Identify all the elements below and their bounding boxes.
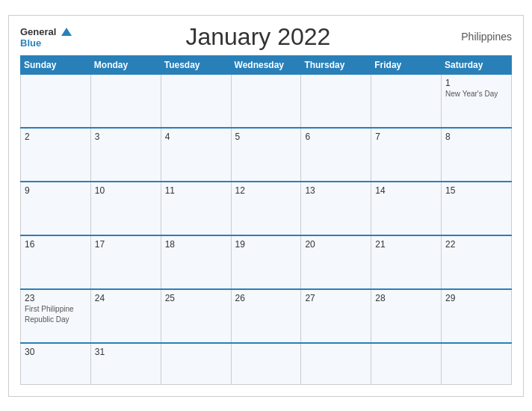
day-number: 30: [25, 347, 87, 357]
calendar-cell: 5: [231, 128, 301, 182]
day-number: 16: [25, 239, 87, 250]
calendar-cell: 1New Year's Day: [442, 74, 512, 128]
day-number: 1: [445, 78, 507, 88]
calendar-cell: 19: [231, 235, 301, 289]
col-saturday: Saturday: [442, 55, 512, 74]
day-number: 4: [165, 132, 227, 142]
day-number: 3: [95, 132, 157, 142]
calendar-cell: 7: [371, 128, 442, 182]
day-number: 7: [375, 132, 437, 142]
col-monday: Monday: [90, 55, 161, 74]
calendar-cell: [231, 343, 301, 384]
calendar-table: Sunday Monday Tuesday Wednesday Thursday…: [20, 55, 512, 385]
week-row-5: 23First Philippine Republic Day242526272…: [21, 289, 512, 343]
calendar-cell: 27: [301, 289, 371, 343]
day-number: 31: [95, 347, 157, 357]
col-friday: Friday: [371, 55, 442, 74]
calendar-cell: 18: [161, 235, 231, 289]
calendar-cell: 20: [301, 235, 371, 289]
calendar-cell: 2: [21, 128, 91, 182]
week-row-2: 2345678: [21, 128, 512, 182]
logo-blue-text: Blue: [20, 38, 72, 49]
calendar-header: General Blue January 2022 Philippines: [20, 23, 512, 51]
calendar-cell: 8: [442, 128, 512, 182]
calendar-container: General Blue January 2022 Philippines Su…: [8, 15, 524, 397]
calendar-cell: 22: [442, 235, 512, 289]
calendar-cell: 24: [90, 289, 161, 343]
calendar-cell: [442, 343, 512, 384]
day-number: 2: [25, 132, 87, 142]
day-number: 13: [305, 185, 367, 196]
calendar-cell: 12: [231, 182, 301, 235]
calendar-cell: 6: [301, 128, 371, 182]
calendar-cell: 11: [161, 182, 231, 235]
day-number: 6: [305, 132, 367, 142]
calendar-cell: 4: [161, 128, 231, 182]
col-sunday: Sunday: [21, 55, 91, 74]
calendar-cell: 14: [371, 182, 442, 235]
calendar-cell: [161, 74, 231, 128]
week-row-4: 16171819202122: [21, 235, 512, 289]
calendar-title: January 2022: [72, 23, 445, 51]
calendar-cell: 30: [21, 343, 91, 384]
calendar-cell: 28: [371, 289, 442, 343]
calendar-cell: 3: [90, 128, 161, 182]
calendar-cell: 17: [90, 235, 161, 289]
day-number: 21: [375, 239, 437, 250]
day-number: 18: [165, 239, 227, 250]
logo: General Blue: [20, 25, 72, 49]
day-number: 20: [305, 239, 367, 250]
week-row-6: 3031: [21, 343, 512, 384]
calendar-cell: 23First Philippine Republic Day: [21, 289, 91, 343]
calendar-cell: 13: [301, 182, 371, 235]
week-row-3: 9101112131415: [21, 182, 512, 235]
day-number: 8: [445, 132, 507, 142]
calendar-cell: 15: [442, 182, 512, 235]
calendar-cell: [231, 74, 301, 128]
calendar-cell: [371, 74, 442, 128]
calendar-cell: 29: [442, 289, 512, 343]
day-number: 14: [375, 185, 437, 196]
day-number: 29: [445, 293, 507, 303]
day-number: 28: [375, 293, 437, 303]
calendar-cell: 26: [231, 289, 301, 343]
day-number: 9: [25, 185, 87, 196]
day-number: 25: [165, 293, 227, 303]
col-wednesday: Wednesday: [231, 55, 301, 74]
day-number: 17: [95, 239, 157, 250]
col-thursday: Thursday: [301, 55, 371, 74]
country-name: Philippines: [445, 31, 512, 43]
calendar-cell: 21: [371, 235, 442, 289]
day-number: 27: [305, 293, 367, 303]
calendar-cell: 16: [21, 235, 91, 289]
day-number: 26: [235, 293, 297, 303]
calendar-cell: 9: [21, 182, 91, 235]
day-number: 11: [165, 185, 227, 196]
day-number: 22: [445, 239, 507, 250]
calendar-cell: 25: [161, 289, 231, 343]
calendar-cell: [161, 343, 231, 384]
day-number: 12: [235, 185, 297, 196]
day-number: 10: [95, 185, 157, 196]
calendar-cell: [301, 74, 371, 128]
day-number: 19: [235, 239, 297, 250]
calendar-cell: [90, 74, 161, 128]
holiday-name: New Year's Day: [445, 90, 498, 98]
calendar-cell: 10: [90, 182, 161, 235]
logo-triangle-icon: [61, 28, 72, 36]
col-tuesday: Tuesday: [161, 55, 231, 74]
calendar-cell: [301, 343, 371, 384]
holiday-name: First Philippine Republic Day: [25, 305, 74, 324]
day-number: 23: [25, 293, 87, 303]
days-of-week-row: Sunday Monday Tuesday Wednesday Thursday…: [21, 55, 512, 74]
day-number: 15: [445, 185, 507, 196]
day-number: 24: [95, 293, 157, 303]
calendar-cell: 31: [90, 343, 161, 384]
day-number: 5: [235, 132, 297, 142]
logo-general-text: General: [20, 25, 72, 38]
calendar-cell: [21, 74, 91, 128]
calendar-cell: [371, 343, 442, 384]
week-row-1: 1New Year's Day: [21, 74, 512, 128]
